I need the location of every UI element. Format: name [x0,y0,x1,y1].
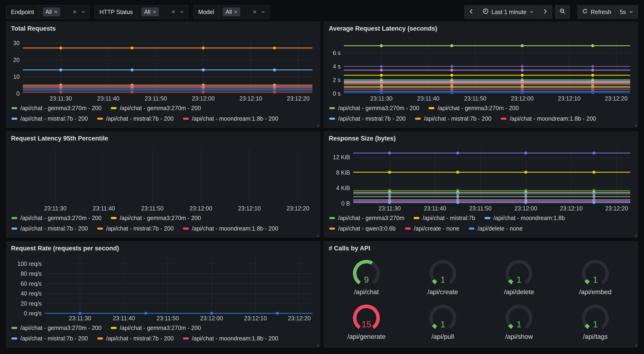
svg-text:60 req/s: 60 req/s [20,280,42,287]
legend-item[interactable]: /api/chat - gemma3:270m - 200 [12,324,102,331]
legend-item[interactable]: /api/chat - gemma3:270m - 200 [428,105,518,112]
legend-item[interactable]: /api/chat - moondream:1.8b - 200 [183,225,278,232]
svg-text:23:11:30: 23:11:30 [370,95,392,102]
legend-item[interactable]: /api/chat - mistral:7b - 200 [329,115,406,122]
variable-control-http-status: HTTP StatusAll×× [95,5,188,19]
clear-selection-icon[interactable]: × [253,9,256,15]
panel-title[interactable]: Response Size (bytes) [329,135,634,142]
legend-item[interactable]: /api/chat - qwen3:0.6b [329,225,396,232]
chevron-down-icon[interactable] [261,10,266,14]
legend-item[interactable]: /api/delete - none [469,225,523,232]
request-rate-chart[interactable]: 0 req/s20 req/s40 req/s60 req/s80 req/s1… [10,255,316,322]
panel-title[interactable]: Total Requests [11,25,316,32]
panel-title[interactable]: Request Rate (requests per second) [11,245,316,252]
legend-row: /api/chat - mistral:7b - 200/api/chat - … [12,225,316,232]
time-back-button[interactable] [464,5,478,19]
chevron-down-icon[interactable] [81,10,86,14]
selected-option-chip[interactable]: All× [141,8,159,16]
remove-option-icon[interactable]: × [54,9,57,15]
svg-text:23:11:30: 23:11:30 [378,205,401,212]
time-forward-button[interactable] [538,5,552,19]
gauge-label: /api/chat [354,288,379,296]
svg-text:23:12:10: 23:12:10 [558,95,580,102]
svg-text:23:11:50: 23:11:50 [141,205,163,212]
remove-option-icon[interactable]: × [153,9,156,15]
variable-select[interactable]: All×× [138,5,188,19]
legend-item[interactable]: /api/create - none [405,225,460,232]
latency-p95-chart[interactable]: 23:11:3023:11:4023:11:5023:12:0023:12:10… [10,145,316,212]
legend-item[interactable]: /api/chat - mistral:7b - 200 [12,225,88,232]
svg-text:23:11:30: 23:11:30 [69,315,91,321]
gauge-api-create: 1/api/create [405,255,481,299]
legend-series-swatch [97,227,103,230]
svg-text:23:11:40: 23:11:40 [424,205,446,212]
legend-series-swatch [111,217,116,219]
clear-selection-icon[interactable]: × [73,9,76,15]
zoom-out-button[interactable] [555,5,570,19]
legend-series-swatch [329,217,335,219]
legend-item[interactable]: /api/chat - gemma3:270m [329,215,404,221]
legend-item[interactable]: /api/chat - gemma3:270m - 200 [329,105,419,112]
remove-option-icon[interactable]: × [234,9,238,15]
legend-item[interactable]: /api/chat - mistral:7b - 200 [97,225,174,232]
legend-series-swatch [414,217,420,219]
legend-item[interactable]: /api/chat - moondream:1.8b - 200 [501,115,596,122]
svg-text:23:11:50: 23:11:50 [145,95,167,102]
gauge-api-generate: 15/api/generate [328,299,405,344]
legend-item[interactable]: /api/chat - gemma3:270m - 200 [111,105,201,112]
legend-item[interactable]: /api/chat - mistral:7b - 200 [12,335,88,342]
legend-item[interactable]: /api/chat - gemma3:270m - 200 [111,215,201,221]
response-size-chart[interactable]: 0 B4 KiB8 KiB12 KiB23:11:3023:11:4023:11… [328,145,634,212]
legend-row: /api/chat - gemma3:270m - 200/api/chat -… [12,324,316,331]
legend-item[interactable]: /api/chat - mistral:7b - 200 [415,115,492,122]
gauge-arc: 1 [420,259,466,288]
gauge-value: 15 [362,320,371,329]
legend-item[interactable]: /api/chat - moondream:1.8b - 200 [183,335,278,342]
panel-resize-handle[interactable] [316,343,319,346]
legend-series-label: /api/create - none [414,225,460,232]
gauge-label: /api/embed [579,288,612,296]
chevron-down-icon[interactable] [180,10,184,14]
svg-text:23:12:10: 23:12:10 [239,95,262,102]
panel-title[interactable]: Average Request Latency (seconds) [329,25,634,32]
panel-resize-handle[interactable] [634,123,637,127]
legend-series-label: /api/chat - mistral:7b - 200 [424,115,492,122]
legend-item[interactable]: /api/chat - mistral:7b - 200 [97,115,174,122]
legend-series-swatch [428,107,434,109]
svg-text:23:11:50: 23:11:50 [156,315,179,321]
legend-series-label: /api/chat - moondream:1.8b - 200 [192,115,278,122]
panel-resize-handle[interactable] [634,233,637,237]
legend-item[interactable]: /api/chat - moondream:1.8b [485,215,565,221]
legend-row: /api/chat - gemma3:270m - 200/api/chat -… [12,105,316,112]
selected-option-chip[interactable]: All× [223,8,240,16]
average-latency-chart[interactable]: 0 s2 s4 s6 s23:11:3023:11:4023:11:5023:1… [328,35,634,102]
refresh-interval-dropdown[interactable]: 5s [616,5,638,19]
selected-option-chip[interactable]: All× [43,8,60,16]
gauge-arc: 9 [343,259,390,288]
legend-item[interactable]: /api/chat - mistral:7b - 200 [12,115,88,122]
panel-title[interactable]: Request Latency 95th Percentile [11,135,316,142]
legend-series-swatch [469,227,474,230]
legend-item[interactable]: /api/chat - mistral:7b [414,215,475,221]
panel-resize-handle[interactable] [316,233,319,237]
legend-item[interactable]: /api/chat - gemma3:270m - 200 [12,215,102,221]
legend-item[interactable]: /api/chat - gemma3:270m - 200 [12,105,102,112]
gauge-arc: 1 [496,259,542,288]
legend-series-swatch [183,337,189,339]
time-range-picker[interactable]: Last 1 minute [478,5,538,19]
clear-selection-icon[interactable]: × [172,9,175,15]
legend-series-label: /api/chat - mistral:7b [422,215,475,221]
legend-item[interactable]: /api/chat - moondream:1.8b - 200 [183,115,278,122]
legend-series-label: /api/chat - moondream:1.8b - 200 [510,115,596,122]
panel-resize-handle[interactable] [316,123,319,127]
total-requests-chart[interactable]: 010203023:11:3023:11:4023:11:5023:12:002… [10,35,316,102]
refresh-button[interactable]: Refresh [578,5,616,19]
panel-title[interactable]: # Calls by API [329,245,634,252]
variable-select[interactable]: All×× [39,5,89,19]
legend-item[interactable]: /api/chat - gemma3:270m - 200 [111,324,201,331]
legend-item[interactable]: /api/chat - mistral:7b - 200 [97,335,174,342]
legend-series-swatch [485,217,490,219]
panel-resize-handle[interactable] [634,343,637,346]
variable-select[interactable]: All×× [219,5,269,19]
variable-label: Model [194,5,219,19]
